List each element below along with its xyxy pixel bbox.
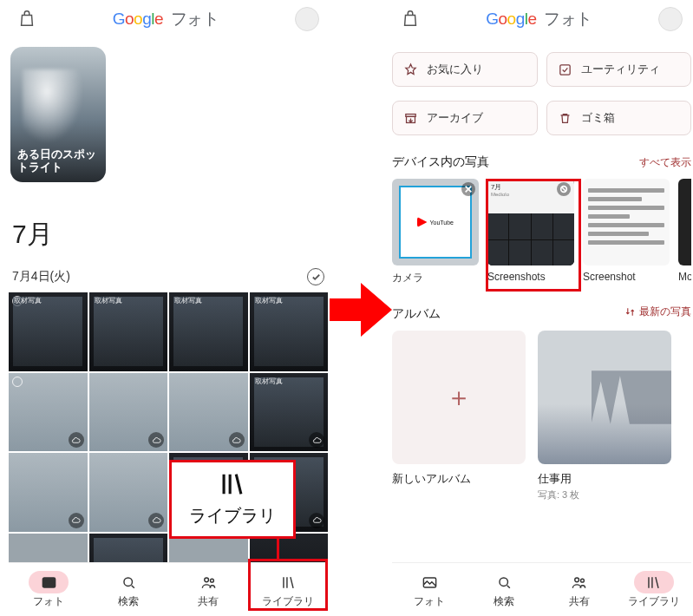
- nav-label: 共有: [569, 595, 590, 608]
- account-avatar[interactable]: [658, 7, 683, 31]
- cloud-icon: [309, 432, 324, 448]
- view-all-link[interactable]: すべて表示: [639, 155, 691, 170]
- nav-label: 共有: [198, 595, 219, 608]
- sort-label: 最新の写真: [639, 305, 691, 319]
- photo-thumb[interactable]: 取材写真: [89, 292, 168, 371]
- nav-library[interactable]: ライブラリ: [248, 563, 328, 616]
- folder-label: カメラ: [392, 271, 479, 285]
- sync-off-icon: [557, 182, 571, 196]
- cloud-icon: [229, 432, 245, 448]
- device-photos-title: デバイス内の写真: [392, 154, 489, 170]
- photo-thumb[interactable]: [89, 373, 168, 452]
- chip-label: ユーティリティ: [581, 62, 660, 77]
- app-title: Google フォト: [42, 8, 290, 30]
- select-all-icon[interactable]: [307, 268, 324, 285]
- folder-label: Screenshot: [583, 271, 670, 283]
- nav-sharing[interactable]: 共有: [168, 563, 248, 616]
- print-store-icon[interactable]: [401, 10, 420, 29]
- svg-point-12: [581, 579, 585, 582]
- thumb-label: 取材写真: [95, 296, 122, 305]
- nav-search[interactable]: 検索: [88, 563, 168, 616]
- svg-rect-5: [559, 64, 569, 74]
- svg-point-10: [500, 577, 508, 586]
- callout-label: ライブラリ: [189, 504, 276, 528]
- nav-search[interactable]: 検索: [467, 563, 541, 616]
- device-folder-screenshots[interactable]: 7月 Mediolo Screenshots: [487, 179, 574, 285]
- photo-thumb[interactable]: 取材写真: [9, 292, 88, 371]
- device-folders-strip[interactable]: YouTube カメラ 7月 Mediolo Screenshots Scree…: [392, 179, 691, 285]
- album-name: 新しいアルバム: [392, 471, 526, 487]
- callout-connector: [277, 536, 279, 560]
- plus-icon: ＋: [446, 380, 472, 416]
- sort-link[interactable]: 最新の写真: [624, 305, 691, 319]
- album-name: 仕事用: [538, 471, 671, 487]
- nav-label: フォト: [33, 595, 64, 608]
- photo-thumb[interactable]: [169, 373, 248, 452]
- library-callout: ライブラリ: [169, 460, 296, 539]
- cloud-icon: [148, 432, 164, 448]
- album-work[interactable]: 仕事用 写真: 3 枚: [538, 331, 671, 501]
- cloud-icon: [69, 432, 84, 448]
- nav-photos[interactable]: フォト: [9, 563, 88, 616]
- nav-photos[interactable]: フォト: [392, 563, 467, 616]
- spotlight-card[interactable]: ある日のスポットライト: [10, 47, 106, 182]
- nav-library[interactable]: ライブラリ: [617, 563, 691, 616]
- app-header: Google フォト: [9, 0, 328, 38]
- nav-label: ライブラリ: [628, 595, 680, 608]
- albums-title: アルバム: [392, 306, 441, 322]
- thumb-label: 取材写真: [255, 377, 283, 386]
- nav-label: 検索: [494, 595, 514, 608]
- month-heading: 7月: [12, 217, 328, 252]
- device-folder-more[interactable]: Mo: [678, 179, 691, 285]
- thumb-label: 取材写真: [14, 296, 42, 305]
- nav-sharing[interactable]: 共有: [542, 563, 617, 616]
- photo-thumb[interactable]: 取材写真: [169, 292, 248, 371]
- archive-icon: [403, 111, 418, 126]
- library-icon: [218, 469, 247, 499]
- folder-label: Screenshots: [487, 271, 574, 283]
- nav-label: ライブラリ: [262, 595, 314, 608]
- svg-point-3: [210, 579, 213, 582]
- cloud-icon: [148, 513, 164, 528]
- photo-thumb[interactable]: [9, 453, 88, 532]
- print-store-icon[interactable]: [17, 10, 36, 29]
- app-title: Google フォト: [425, 8, 653, 30]
- cloud-icon: [309, 513, 324, 528]
- sync-off-icon: [461, 182, 475, 196]
- new-album[interactable]: ＋ 新しいアルバム: [392, 331, 526, 501]
- nav-label: 検索: [118, 595, 139, 608]
- arrow-icon: [330, 283, 392, 337]
- svg-marker-4: [330, 283, 392, 337]
- screen-library: Google フォト お気に入り ユーティリティ アーカイブ ゴミ箱 デバイス内…: [392, 0, 691, 616]
- utilities-icon: [558, 62, 572, 77]
- trash-icon: [558, 111, 572, 126]
- thumb-label: 取材写真: [174, 296, 202, 305]
- thumb-label: 取材写真: [255, 296, 283, 305]
- photo-thumb[interactable]: [89, 453, 168, 532]
- photo-thumb[interactable]: [9, 373, 88, 452]
- cloud-icon: [69, 513, 84, 528]
- star-icon: [403, 62, 418, 77]
- chip-trash[interactable]: ゴミ箱: [546, 101, 692, 135]
- chip-label: お気に入り: [427, 62, 483, 77]
- date-label: 7月4日(火): [12, 269, 70, 285]
- bottom-nav: フォト 検索 共有 ライブラリ: [9, 562, 328, 616]
- device-folder-camera[interactable]: YouTube カメラ: [392, 179, 479, 285]
- svg-point-2: [204, 577, 208, 581]
- chip-favorites[interactable]: お気に入り: [392, 52, 538, 87]
- folder-label: Mo: [678, 271, 691, 283]
- sort-icon: [624, 306, 636, 318]
- chip-utilities[interactable]: ユーティリティ: [546, 52, 692, 87]
- account-avatar[interactable]: [295, 7, 319, 31]
- chip-archive[interactable]: アーカイブ: [392, 101, 538, 135]
- spotlight-caption: ある日のスポットライト: [17, 148, 99, 175]
- device-folder-screenshot[interactable]: Screenshot: [583, 179, 670, 285]
- album-count: 写真: 3 枚: [538, 488, 671, 501]
- date-header-row: 7月4日(火): [9, 268, 328, 292]
- chip-label: ゴミ箱: [581, 110, 615, 126]
- svg-point-11: [575, 577, 579, 581]
- photo-thumb[interactable]: 取材写真: [250, 292, 329, 371]
- view-all-label: すべて表示: [639, 155, 691, 170]
- photo-thumb[interactable]: 取材写真: [250, 373, 329, 452]
- svg-point-1: [123, 577, 132, 586]
